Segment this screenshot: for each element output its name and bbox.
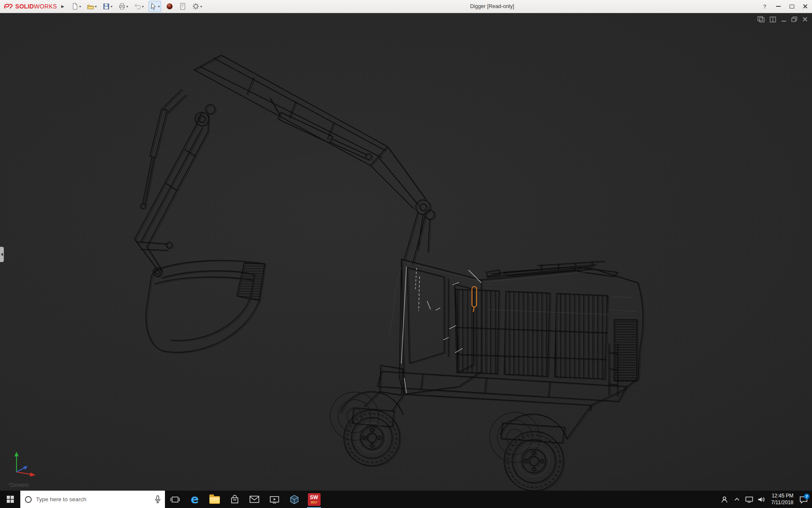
doc-minimize-button[interactable]	[781, 17, 787, 22]
maximize-button[interactable]	[785, 0, 798, 13]
save-icon	[102, 3, 110, 10]
new-document-button[interactable]: ▾	[70, 1, 82, 12]
mail-envelope-icon	[250, 496, 259, 503]
search-input[interactable]	[36, 496, 151, 502]
undo-button[interactable]: ▾	[133, 1, 145, 12]
undo-icon	[134, 3, 141, 10]
dropdown-caret-icon[interactable]: ▾	[142, 5, 144, 8]
file-explorer-icon	[209, 496, 220, 504]
network-button[interactable]	[743, 491, 755, 508]
select-button[interactable]: ▾	[148, 1, 161, 12]
microphone-icon[interactable]	[155, 495, 161, 503]
dropdown-caret-icon[interactable]: ▾	[200, 5, 202, 8]
dropdown-caret-icon[interactable]: ▾	[95, 5, 97, 8]
maximize-icon	[790, 5, 794, 8]
dropdown-caret-icon[interactable]: ▾	[158, 5, 160, 8]
open-folder-icon	[87, 3, 94, 10]
help-button[interactable]: ?	[758, 0, 771, 13]
new-document-icon	[71, 3, 79, 10]
network-icon	[745, 496, 753, 503]
dropdown-caret-icon[interactable]: ▾	[111, 5, 112, 8]
solidworks-icon-text: SW	[310, 495, 318, 500]
close-button[interactable]	[798, 0, 812, 13]
new-window-button[interactable]	[757, 16, 765, 22]
people-icon	[721, 496, 728, 503]
taskbar-store[interactable]	[225, 491, 244, 508]
feature-panel-flyout-tab[interactable]	[0, 247, 4, 262]
gear-icon	[192, 3, 200, 10]
file-properties-icon	[179, 3, 187, 10]
flyout-left-arrow-icon	[1, 253, 3, 256]
start-button[interactable]	[0, 491, 20, 508]
options-button[interactable]: ▾	[191, 1, 203, 12]
logo-text-solid: SOLID	[15, 3, 34, 10]
split-window-button[interactable]	[770, 17, 776, 22]
minimize-button[interactable]	[771, 0, 785, 13]
file-properties-button[interactable]	[178, 1, 187, 12]
apply-scene-button[interactable]	[165, 1, 174, 12]
taskbar-movies-tv[interactable]	[264, 491, 284, 508]
clock-time: 12:45 PM	[771, 493, 794, 500]
doc-restore-icon	[791, 17, 798, 22]
notification-count-badge: 2	[804, 494, 809, 499]
windows-logo-icon	[7, 496, 14, 503]
new-window-icon	[757, 16, 765, 22]
orientation-triad	[10, 447, 41, 478]
graphics-viewport[interactable]: *Dimetric	[0, 13, 812, 491]
window-controls: ?	[758, 0, 812, 13]
taskbar-file-explorer[interactable]	[205, 491, 225, 508]
volume-icon	[757, 496, 765, 503]
task-view-icon	[170, 496, 180, 503]
logo-text-works: WORKS	[34, 3, 57, 10]
taskbar-empty-area	[324, 491, 719, 508]
doc-close-button[interactable]	[802, 17, 808, 22]
minimize-icon	[776, 6, 781, 7]
movies-tv-icon	[270, 495, 279, 503]
select-cursor-icon	[150, 3, 157, 10]
task-view-button[interactable]	[165, 491, 185, 508]
solidworks-logo[interactable]: SOLIDWORKS	[3, 3, 57, 10]
taskbar-search[interactable]	[20, 491, 165, 508]
doc-restore-button[interactable]	[791, 17, 798, 22]
view-orientation-label: *Dimetric	[8, 482, 29, 488]
edge-icon: e	[191, 494, 199, 505]
dropdown-caret-icon[interactable]: ▾	[126, 5, 128, 8]
taskbar-mail[interactable]	[244, 491, 264, 508]
taskbar-solidworks[interactable]: SW 2017	[304, 491, 324, 508]
system-tray: 12:45 PM 7/11/2018 2	[719, 491, 812, 508]
menu-flyout-arrow-icon[interactable]: ▶	[61, 4, 64, 8]
print-button[interactable]: ▾	[117, 1, 129, 12]
split-window-icon	[770, 17, 776, 22]
app-titlebar: SOLIDWORKS ▶ ▾ ▾ ▾	[0, 0, 812, 13]
cube-3d-icon	[289, 494, 299, 505]
dropdown-caret-icon[interactable]: ▾	[80, 5, 81, 8]
people-button[interactable]	[719, 491, 731, 508]
dassault-ds-icon	[3, 3, 14, 10]
solidworks-app-icon: SW 2017	[308, 493, 321, 506]
taskbar-edge[interactable]: e	[185, 491, 205, 508]
quick-access-toolbar: ▾ ▾ ▾ ▾	[70, 1, 203, 12]
hidden-icons-button[interactable]	[731, 491, 743, 508]
excavator-wireframe-model	[0, 13, 812, 491]
document-window-controls	[757, 16, 808, 22]
close-icon	[803, 4, 808, 9]
volume-button[interactable]	[755, 491, 768, 508]
save-button[interactable]: ▾	[102, 1, 113, 12]
print-icon	[118, 3, 126, 10]
windows-taskbar: e	[0, 491, 812, 508]
doc-close-icon	[802, 17, 808, 22]
triad-axes-icon	[10, 447, 41, 476]
clock-date: 7/11/2018	[771, 500, 794, 506]
store-bag-icon	[230, 495, 239, 504]
taskbar-clock[interactable]: 12:45 PM 7/11/2018	[768, 493, 798, 506]
doc-minimize-icon	[781, 17, 787, 22]
solidworks-icon-year: 2017	[311, 501, 318, 504]
action-center-button[interactable]: 2	[797, 491, 809, 508]
solidworks-window: SOLIDWORKS ▶ ▾ ▾ ▾	[0, 0, 812, 508]
chevron-up-icon	[734, 497, 740, 501]
material-sphere-icon	[166, 3, 173, 10]
taskbar-3d-viewer[interactable]	[284, 491, 304, 508]
open-button[interactable]: ▾	[86, 1, 98, 12]
cortana-icon	[25, 496, 32, 503]
document-title: Digger [Read-only]	[470, 3, 514, 9]
